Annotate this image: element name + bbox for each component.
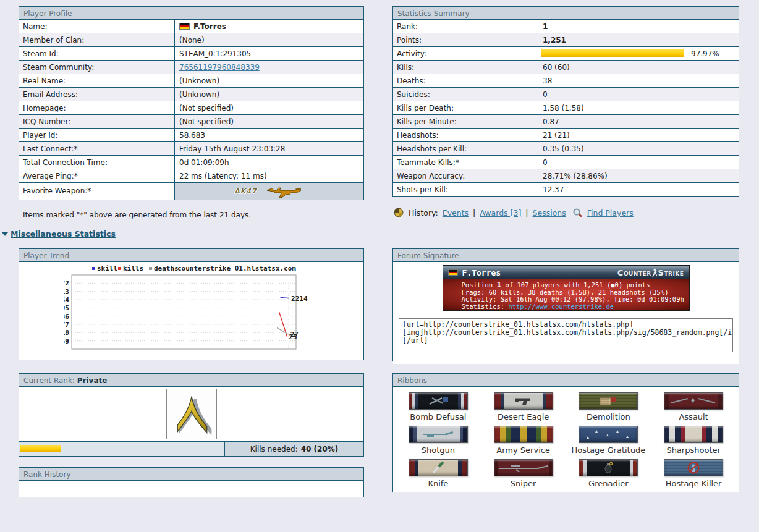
ribbon-label: Hostage Gratitude (566, 445, 651, 455)
kills-needed-value: 40 (20%) (301, 445, 339, 454)
clan-value: (None) (175, 33, 363, 46)
counter-strike-logo: Counter Strike (617, 268, 684, 277)
y-tick: 1436 (64, 313, 69, 321)
private-chevron-icon (168, 391, 215, 437)
bbcode-line: [img]http://counterstrike_01.hlstatsx.co… (402, 329, 729, 337)
row-label: Kills: (393, 61, 538, 74)
statistics-summary-header: Statistics Summary (393, 7, 739, 20)
ribbons-header: Ribbons (393, 374, 739, 387)
demolition-ribbon-image (579, 392, 638, 410)
ribbon-label: Sharpshooter (651, 445, 736, 455)
no-hostage-icon (687, 461, 700, 475)
homepage-value: (Not specified) (175, 101, 363, 114)
rank-progress-track (19, 442, 225, 456)
activity-bar (541, 49, 684, 57)
suicides-value: 0 (538, 88, 739, 101)
legend-label-deaths: deaths (154, 264, 179, 272)
miscellaneous-statistics: Miscellaneous Statistics (2, 229, 116, 239)
trend-chart-svg: skill kills deaths counterstrike_01.hlst… (64, 264, 318, 357)
awards-link[interactable]: Awards [3] (480, 208, 521, 217)
ribbon-label: Shotgun (396, 445, 481, 455)
table-row: Points: 1,251 (393, 33, 739, 47)
table-row: Real Name: (Unknown) (19, 74, 363, 88)
pliers-icon (427, 395, 449, 407)
rank-history-panel: Rank History (19, 467, 364, 497)
kills-per-minute-value: 0.87 (538, 115, 739, 128)
row-label: Player Id: (19, 129, 175, 141)
shotgun-icon (422, 430, 455, 439)
rank-insignia-image (166, 389, 217, 439)
collapse-arrow-icon (2, 232, 8, 236)
ribbon-label: Demolition (566, 412, 651, 421)
pistol-icon (514, 397, 533, 406)
table-row: Kills per Minute: 0.87 (393, 115, 739, 129)
last-connect-value: Friday 15th August 23:03:28 (175, 142, 363, 155)
table-row: Headshots per Kill: 0.35 (0.35) (393, 142, 739, 156)
deaths-value: 38 (538, 74, 739, 87)
legend-swatch-deaths (149, 267, 152, 270)
rank-value: 1 (543, 22, 548, 31)
table-row: Deaths: 38 (393, 74, 739, 88)
table-row: Kills: 60 (60) (393, 61, 739, 74)
ribbon-item: Sniper (481, 459, 566, 488)
row-label: Teammate Kills:* (393, 156, 538, 169)
stars-icon (582, 428, 635, 441)
y-tick: 359 (64, 337, 69, 345)
find-players-link[interactable]: Find Players (587, 208, 634, 217)
kills-value: 60 (60) (538, 61, 739, 74)
sessions-link[interactable]: Sessions (533, 208, 566, 217)
kills-per-death-value: 1.58 (1.58) (538, 101, 739, 114)
row-label: Name: (19, 20, 175, 33)
ribbons-panel: Ribbons Bomb Defusal (392, 373, 739, 492)
history-icon (394, 208, 404, 217)
table-row: Teammate Kills:* 0 (393, 156, 739, 169)
row-label: Real Name: (19, 74, 175, 87)
signature-statistics-line: Statistics: http://www.counterstrike.de (462, 303, 689, 311)
ribbon-item: Desert Eagle (481, 392, 566, 421)
c4-explosive-icon (600, 396, 617, 406)
history-label: History: (409, 208, 438, 217)
activity-percent: 97.97% (687, 47, 739, 60)
table-row: Total Connection Time: 0d 01:09:09h (19, 156, 363, 169)
table-row: Average Ping:* 22 ms (Latency: 11 ms) (19, 169, 363, 183)
points-value: 1,251 (543, 36, 566, 44)
hostage-killer-ribbon-image (664, 459, 723, 476)
row-label: Kills per Minute: (393, 115, 538, 128)
row-label: Homepage: (19, 101, 175, 114)
signature-bbcode-box[interactable]: [url=http://counterstrike_01.hlstatsx.co… (399, 318, 733, 352)
bbcode-line: [/url] (402, 337, 729, 345)
table-row: Rank: 1 (393, 20, 739, 33)
player-name: F.Torres (193, 22, 226, 31)
magnifier-icon (573, 208, 583, 217)
ribbon-item: Shotgun (396, 426, 481, 455)
ribbon-item: Grenadier (566, 459, 651, 488)
steam-community-link[interactable]: 76561197960848339 (179, 63, 260, 72)
signature-url: http://www.counterstrike.de (508, 303, 614, 310)
ribbon-item: Assault (651, 392, 736, 421)
ribbon-item: Army Service (481, 426, 566, 455)
table-row: Member of Clan: (None) (19, 33, 363, 47)
shots-per-kill-value: 12.37 (538, 183, 739, 196)
table-row: Steam Id: STEAM_0:1:291305 (19, 47, 363, 61)
player-profile-header: Player Profile (19, 7, 363, 20)
grenadier-ribbon-image (579, 459, 638, 476)
table-row: Weapon Accuracy: 28.71% (28.86%) (393, 169, 739, 183)
signature-position-line: Position 1 of 107 players with 1,251 (●0… (462, 281, 689, 289)
skill-end-label: 2214 (291, 295, 308, 303)
rank-progress-bar (20, 445, 61, 452)
miscellaneous-statistics-link[interactable]: Miscellaneous Statistics (11, 229, 116, 239)
table-row: Player Id: 58,683 (19, 129, 363, 142)
table-row: ICQ Number: (Not specified) (19, 115, 363, 129)
counter-strike-figure-icon (652, 268, 658, 277)
events-link[interactable]: Events (443, 208, 469, 217)
table-row: Shots per Kill: 12.37 (393, 183, 739, 196)
row-label: Last Connect:* (19, 142, 175, 155)
y-tick: 718 (64, 329, 69, 337)
row-label: Kills per Death: (393, 101, 538, 114)
average-ping-value: 22 ms (Latency: 11 ms) (175, 169, 363, 182)
signature-player-name: F.Torres (462, 268, 613, 277)
table-row: Headshots: 21 (21) (393, 129, 739, 142)
table-row: Name: F.Torres (19, 20, 363, 33)
germany-flag-icon (448, 269, 458, 276)
row-label: Total Connection Time: (19, 156, 175, 169)
